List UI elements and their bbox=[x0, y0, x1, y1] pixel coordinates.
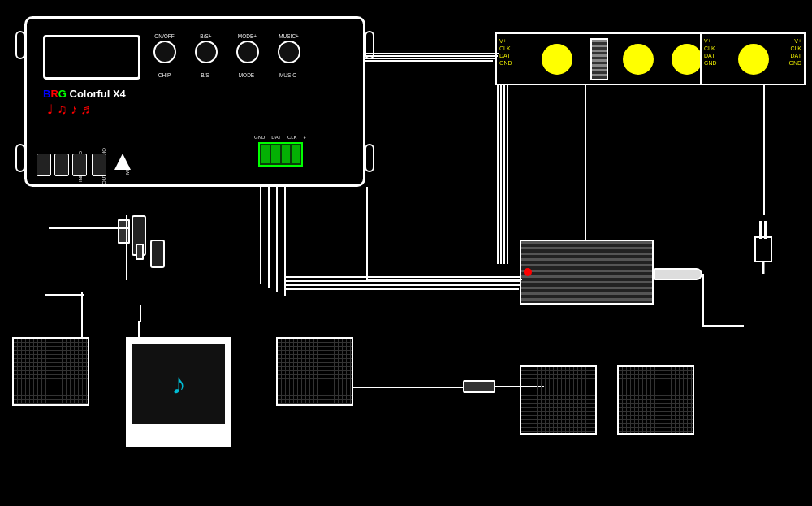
btn-bs-plus-label: B/S+ bbox=[192, 33, 220, 65]
wire-to-ps1 bbox=[284, 276, 524, 278]
svg-rect-2 bbox=[764, 221, 767, 239]
btn-music-plus-label: MUSIC+ bbox=[274, 33, 303, 65]
wire-plug-to-led-right bbox=[763, 85, 765, 215]
wire-to-speaker-left bbox=[81, 292, 83, 337]
wire-h3 bbox=[365, 60, 493, 62]
wire-to-speaker-left-h bbox=[45, 294, 84, 296]
led-bulb-right bbox=[738, 44, 769, 75]
led-strip-right: V+ CLK DAT GND V+ CLK DAT GND bbox=[700, 32, 806, 85]
terminal-labels: GNDDATCLK+ bbox=[254, 135, 306, 140]
power-supply-dot bbox=[524, 268, 532, 276]
svg-rect-1 bbox=[759, 221, 762, 239]
wire-ctrl-bottom-h bbox=[366, 279, 522, 280]
wire-ctrl-down2 bbox=[268, 187, 270, 288]
wire-device-up2 bbox=[140, 305, 141, 322]
speaker-right1 bbox=[520, 365, 597, 435]
power-plug-icon bbox=[739, 213, 788, 278]
label-mode-minus: MODE- bbox=[233, 72, 261, 78]
label-bs-minus: B/S- bbox=[192, 72, 220, 78]
port-rect-3 bbox=[72, 154, 87, 176]
music-note-icon: ♪ bbox=[171, 367, 186, 401]
music-notes: ♩ ♫ ♪ ♬ bbox=[47, 102, 90, 117]
label-music-minus: MUSIC- bbox=[274, 72, 303, 78]
label-chip: CHIP bbox=[150, 72, 179, 78]
wire-led-down4 bbox=[507, 85, 508, 264]
led-bulb-2 bbox=[623, 44, 654, 75]
port-rect-1 bbox=[37, 154, 51, 176]
led-pin-right-right: V+ CLK DAT GND bbox=[788, 38, 801, 66]
svg-rect-0 bbox=[755, 237, 771, 262]
speaker-center bbox=[276, 337, 353, 406]
terminal-block bbox=[258, 142, 303, 167]
port-rect-4 bbox=[92, 154, 106, 176]
wire-center-speaker-right bbox=[353, 387, 464, 388]
plug-connector-left bbox=[118, 219, 130, 244]
btn-mode-plus-label: MODE+ bbox=[233, 33, 261, 65]
btn-onoff-label: ON/OFF bbox=[150, 33, 179, 65]
notch-right-bottom bbox=[365, 144, 374, 172]
wire-left-up bbox=[126, 215, 127, 280]
wire-h1 bbox=[365, 55, 498, 57]
brg-logo: BRG Colorful X4 bbox=[43, 88, 126, 100]
button-row-bottom-labels: CHIP B/S- MODE- MUSIC- bbox=[150, 72, 303, 78]
wire-ctrl-down1 bbox=[260, 187, 261, 284]
notch-left-bottom bbox=[15, 144, 25, 172]
wire-to-plug-h bbox=[703, 325, 744, 327]
led-pin-right-left: V+ CLK DAT GND bbox=[704, 38, 717, 66]
mic-triangle bbox=[114, 154, 131, 170]
inline-connector bbox=[463, 380, 495, 393]
wire-ctrl-bottom-out bbox=[366, 187, 368, 280]
cylinder-connector-2 bbox=[150, 240, 165, 268]
wire-to-ps4 bbox=[284, 288, 519, 290]
controller-board: BRG Colorful X4 ♩ ♫ ♪ ♬ ON/OFF B/S+ MODE… bbox=[24, 16, 365, 187]
speaker-left bbox=[12, 337, 89, 406]
music-device: ♪ bbox=[126, 337, 231, 447]
speaker-right2 bbox=[617, 365, 694, 435]
wire-led-down bbox=[497, 85, 499, 264]
wire-led-down2 bbox=[500, 85, 502, 264]
led-bulb-1 bbox=[542, 44, 572, 75]
led-pin-labels-left: V+ CLK DAT GND bbox=[499, 38, 512, 66]
notch-left-top bbox=[15, 31, 25, 59]
wire-controller-to-led bbox=[365, 53, 499, 54]
lcd-screen bbox=[43, 35, 140, 80]
plug-connector-left2 bbox=[136, 244, 144, 260]
led-bar-element bbox=[590, 38, 608, 80]
music-device-screen: ♪ bbox=[132, 344, 225, 424]
wire-ps-to-top bbox=[585, 85, 586, 240]
wire-to-ps2 bbox=[284, 280, 522, 282]
wire-h2 bbox=[365, 58, 495, 59]
power-cable-connector bbox=[654, 268, 702, 280]
power-supply bbox=[520, 240, 654, 305]
wire-ctrl-down3 bbox=[276, 187, 278, 292]
wire-to-plug bbox=[702, 274, 704, 327]
wire-led-down3 bbox=[503, 85, 505, 264]
button-row-top: ON/OFF B/S+ MODE+ MUSIC+ bbox=[150, 33, 303, 65]
led-bulb-3 bbox=[672, 44, 702, 75]
wire-to-ps3 bbox=[284, 284, 520, 286]
wire-device-up bbox=[138, 321, 140, 339]
wire-signal-left bbox=[49, 227, 130, 229]
port-rect-2 bbox=[54, 154, 69, 176]
